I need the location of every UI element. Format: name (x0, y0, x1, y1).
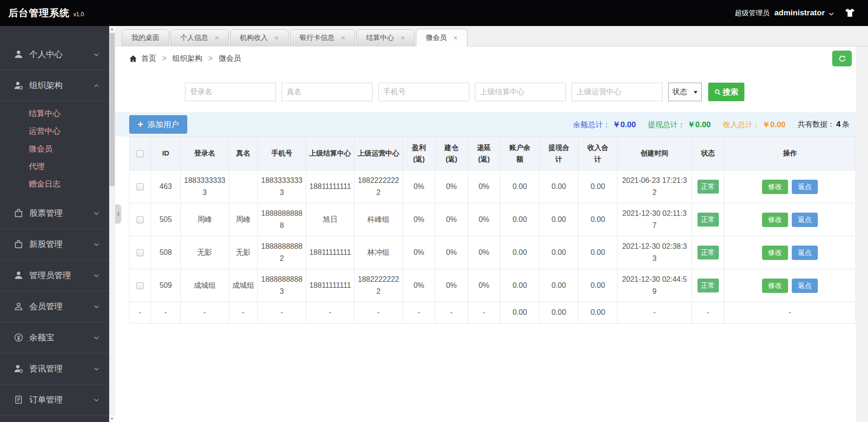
sidebar-group[interactable]: 股票管理 (0, 198, 109, 229)
sidebar-scrollbar-thumb[interactable] (110, 33, 115, 186)
breadcrumb-item[interactable]: 组织架构 (172, 54, 202, 62)
filter-input[interactable] (185, 83, 276, 101)
filter-input[interactable] (378, 83, 469, 101)
tab-item[interactable]: 我的桌面 (122, 29, 169, 46)
tab-close-icon[interactable]: × (341, 34, 345, 42)
sidebar-subitem[interactable]: 微会员 (0, 140, 109, 158)
sidebar-group[interactable]: 资讯管理 (0, 353, 109, 384)
topbar-user-area: 超级管理员 administrator (735, 8, 855, 18)
user-icon (14, 50, 23, 59)
tab-active[interactable]: 微会员× (416, 29, 467, 46)
sidebar-submenu: 结算中心运营中心微会员代理赠金日志 (0, 101, 109, 198)
sidebar-subitem[interactable]: 结算中心 (0, 105, 109, 123)
sidebar-group[interactable]: 会员管理 (0, 291, 109, 322)
edit-button[interactable]: 修改 (762, 246, 788, 260)
row-checkbox[interactable] (137, 183, 144, 190)
sidebar-subitem[interactable]: 赠金日志 (0, 175, 109, 193)
column-header: 上级结算中心 (306, 137, 355, 170)
summary-stat: 余额总计：￥0.00 (573, 119, 636, 130)
scroll-up-arrow-icon[interactable] (109, 26, 115, 32)
sidebar-group[interactable]: 个人中心 (0, 39, 109, 70)
breadcrumb-separator: > (162, 54, 166, 62)
row-checkbox[interactable] (137, 216, 144, 223)
cell-created: 2021-06-23 17:21:32 (618, 170, 692, 203)
filter-input[interactable] (572, 83, 663, 101)
search-button[interactable]: 搜索 (708, 83, 744, 101)
row-checkbox[interactable] (137, 282, 144, 289)
cell-settle: 旭日 (306, 203, 355, 236)
column-header: 递延 (返) (468, 137, 500, 170)
cell-real_name: 周峰 (229, 203, 258, 236)
status-select[interactable]: 状态 (668, 83, 702, 101)
cell-login: 周峰 (181, 203, 229, 236)
table-row: 4631883333333318833333333188111111111882… (130, 170, 856, 203)
sidebar-group[interactable]: 组织架构 (0, 70, 109, 101)
row-checkbox[interactable] (137, 249, 144, 256)
edit-button[interactable]: 修改 (762, 180, 788, 194)
edit-button[interactable]: 修改 (762, 213, 788, 227)
sidebar-collapse-handle[interactable] (115, 204, 121, 224)
cell-phone: 18888888883 (258, 269, 306, 302)
cell-profit: 0% (403, 203, 435, 236)
column-header: 手机号 (258, 137, 306, 170)
cell-withdraw: 0.00 (539, 236, 579, 269)
cell-balance: 0.00 (500, 203, 539, 236)
sidebar-group[interactable]: 新股管理 (0, 229, 109, 260)
breadcrumb-item[interactable]: 首页 (141, 54, 156, 62)
filter-input[interactable] (282, 83, 373, 101)
column-header: 提现合 计 (539, 137, 579, 170)
cell-real_name (229, 170, 258, 203)
tab-close-icon[interactable]: × (401, 34, 405, 42)
tab-item[interactable]: 银行卡信息× (290, 29, 355, 46)
filter-input[interactable] (475, 83, 566, 101)
tab-close-icon[interactable]: × (215, 34, 219, 42)
status-badge: 正常 (697, 180, 719, 194)
cell-position: 0% (435, 170, 468, 203)
chevron-down-icon[interactable] (828, 11, 835, 17)
column-header: 收入合 计 (579, 137, 618, 170)
sidebar-group[interactable]: 余额宝 (0, 322, 109, 353)
cell-withdraw: 0.00 (539, 203, 579, 236)
cell-balance: 0.00 (500, 170, 539, 203)
rebate-button[interactable]: 返点 (792, 180, 818, 194)
rebate-button[interactable]: 返点 (792, 213, 818, 227)
cell-status: 正常 (692, 170, 724, 203)
sidebar-group[interactable]: 管理员管理 (0, 260, 109, 291)
footer-cell: - (306, 302, 355, 324)
tab-close-icon[interactable]: × (453, 34, 457, 42)
breadcrumb-separator: > (208, 54, 212, 62)
stat-label: 收入总计： (723, 121, 760, 129)
cell-settle: 18811111111 (306, 269, 355, 302)
edit-button[interactable]: 修改 (762, 279, 788, 293)
select-all-checkbox[interactable] (137, 150, 144, 157)
rebate-button[interactable]: 返点 (792, 279, 818, 293)
tab-close-icon[interactable]: × (274, 34, 278, 42)
scroll-down-arrow-icon[interactable] (109, 416, 115, 422)
column-header: ID (151, 137, 181, 170)
tab-label: 个人信息 (180, 33, 208, 42)
tab-item[interactable]: 个人信息× (171, 29, 229, 46)
add-user-button[interactable]: + 添加用户 (129, 115, 187, 134)
table-footer-row: ----------0.000.000.00--- (130, 302, 856, 324)
cell-id: 463 (151, 170, 181, 203)
cell-login: 成城组 (181, 269, 229, 302)
tab-item[interactable]: 机构收入× (230, 29, 288, 46)
record-count-label: 共有数据： (798, 120, 835, 128)
username[interactable]: administrator (774, 8, 825, 18)
cell-actions: 修改返点 (724, 269, 856, 302)
tshirt-icon[interactable] (845, 8, 855, 18)
home-icon[interactable] (129, 55, 137, 63)
footer-cell: - (355, 302, 403, 324)
yuebao-icon (14, 333, 23, 342)
cell-id: 508 (151, 236, 181, 269)
data-table: ID登录名真名手机号上级结算中心上级运营中心盈利 (返)建仓 (返)递延 (返)… (129, 136, 856, 324)
refresh-button[interactable] (832, 51, 852, 66)
rebate-button[interactable]: 返点 (792, 246, 818, 260)
sidebar-scrollbar[interactable] (109, 26, 115, 422)
sidebar-group[interactable]: 订单管理 (0, 384, 109, 416)
footer-cell: - (229, 302, 258, 324)
tab-item[interactable]: 结算中心× (356, 29, 414, 46)
sidebar-subitem[interactable]: 代理 (0, 158, 109, 175)
breadcrumb-item[interactable]: 微会员 (219, 54, 241, 62)
sidebar-subitem[interactable]: 运营中心 (0, 123, 109, 140)
